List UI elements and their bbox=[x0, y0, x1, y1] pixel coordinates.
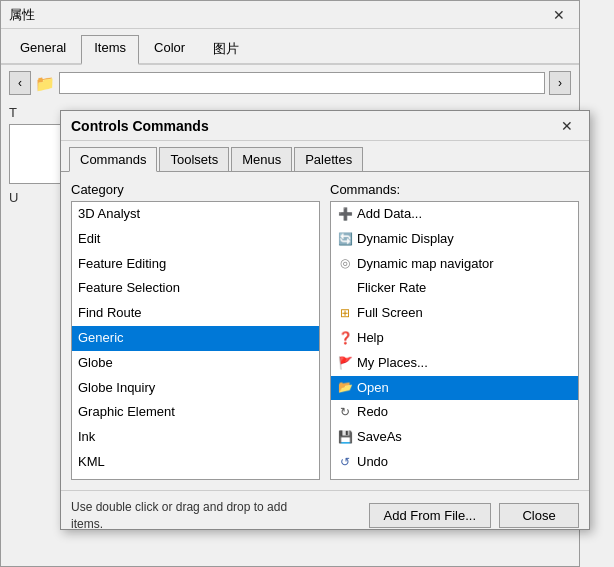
cmd-my-places-label: My Places... bbox=[357, 353, 428, 374]
list-item[interactable]: Ink bbox=[72, 425, 319, 450]
full-screen-icon: ⊞ bbox=[337, 306, 353, 322]
outer-window-title: 属性 bbox=[9, 6, 35, 24]
tab-menus[interactable]: Menus bbox=[231, 147, 292, 171]
list-item[interactable]: Find Route bbox=[72, 301, 319, 326]
cmd-help-label: Help bbox=[357, 328, 384, 349]
list-item[interactable]: Globe Inquiry bbox=[72, 376, 319, 401]
cmd-add-data[interactable]: ➕ Add Data... bbox=[331, 202, 578, 227]
close-button[interactable]: Close bbox=[499, 503, 579, 528]
tab-toolsets[interactable]: Toolsets bbox=[159, 147, 229, 171]
cmd-my-places[interactable]: 🚩 My Places... bbox=[331, 351, 578, 376]
cmd-flicker-rate-label: Flicker Rate bbox=[357, 278, 426, 299]
cmd-dynamic-map-label: Dynamic map navigator bbox=[357, 254, 494, 275]
my-places-icon: 🚩 bbox=[337, 355, 353, 371]
dynamic-display-icon: 🔄 bbox=[337, 231, 353, 247]
add-data-icon: ➕ bbox=[337, 206, 353, 222]
hint-text: Use double click or drag and drop to add… bbox=[71, 499, 301, 533]
help-icon: ❓ bbox=[337, 330, 353, 346]
list-item[interactable]: KML bbox=[72, 450, 319, 475]
cmd-undo-label: Undo bbox=[357, 452, 388, 473]
toolbar-left-arrow[interactable]: ‹ bbox=[9, 71, 31, 95]
add-from-file-button[interactable]: Add From File... bbox=[369, 503, 491, 528]
cmd-dynamic-map-navigator[interactable]: ◎ Dynamic map navigator bbox=[331, 252, 578, 277]
category-column: Category 3D Analyst Edit Feature Editing… bbox=[71, 182, 320, 480]
dynamic-map-icon: ◎ bbox=[337, 256, 353, 272]
list-item[interactable]: Globe bbox=[72, 351, 319, 376]
redo-icon: ↻ bbox=[337, 405, 353, 421]
bottom-buttons: Add From File... Close bbox=[369, 503, 579, 528]
toolbar-row: ‹ 📁 › bbox=[1, 65, 579, 101]
tab-palettes[interactable]: Palettes bbox=[294, 147, 363, 171]
commands-column: Commands: ➕ Add Data... 🔄 Dynamic Displa… bbox=[330, 182, 579, 480]
tab-commands[interactable]: Commands bbox=[69, 147, 157, 172]
list-item-generic[interactable]: Generic bbox=[72, 326, 319, 351]
list-item[interactable]: Edit bbox=[72, 227, 319, 252]
list-item[interactable]: 3D Analyst bbox=[72, 202, 319, 227]
category-header: Category bbox=[71, 182, 320, 197]
dialog-close-button[interactable]: ✕ bbox=[555, 116, 579, 136]
flicker-rate-icon bbox=[337, 281, 353, 297]
cmd-open[interactable]: 📂 Open bbox=[331, 376, 578, 401]
cmd-redo[interactable]: ↻ Redo bbox=[331, 400, 578, 425]
outer-tab-bar: General Items Color 图片 bbox=[1, 29, 579, 65]
open-icon: 📂 bbox=[337, 380, 353, 396]
dialog-bottom-bar: Use double click or drag and drop to add… bbox=[61, 490, 589, 541]
undo-icon: ↺ bbox=[337, 454, 353, 470]
folder-icon: 📁 bbox=[35, 74, 55, 93]
inner-titlebar: Controls Commands ✕ bbox=[61, 111, 589, 141]
list-item[interactable]: Map Inquiry bbox=[72, 475, 319, 480]
toolbar-text-input[interactable] bbox=[59, 72, 545, 94]
commands-header: Commands: bbox=[330, 182, 579, 197]
tab-color[interactable]: Color bbox=[141, 35, 198, 63]
list-item[interactable]: Feature Editing bbox=[72, 252, 319, 277]
toolbar-right-arrow[interactable]: › bbox=[549, 71, 571, 95]
outer-close-button[interactable]: ✕ bbox=[547, 5, 571, 25]
outer-titlebar: 属性 ✕ bbox=[1, 1, 579, 29]
tab-general[interactable]: General bbox=[7, 35, 79, 63]
cmd-undo[interactable]: ↺ Undo bbox=[331, 450, 578, 475]
inner-tab-bar: Commands Toolsets Menus Palettes bbox=[61, 141, 589, 172]
cmd-dynamic-display-label: Dynamic Display bbox=[357, 229, 454, 250]
cmd-saveas[interactable]: 💾 SaveAs bbox=[331, 425, 578, 450]
controls-commands-dialog: Controls Commands ✕ Commands Toolsets Me… bbox=[60, 110, 590, 530]
tab-items[interactable]: Items bbox=[81, 35, 139, 65]
cmd-open-label: Open bbox=[357, 378, 389, 399]
saveas-icon: 💾 bbox=[337, 430, 353, 446]
inner-content: Category 3D Analyst Edit Feature Editing… bbox=[61, 172, 589, 490]
cmd-redo-label: Redo bbox=[357, 402, 388, 423]
cmd-dynamic-display[interactable]: 🔄 Dynamic Display bbox=[331, 227, 578, 252]
tab-picture[interactable]: 图片 bbox=[200, 35, 252, 63]
category-list[interactable]: 3D Analyst Edit Feature Editing Feature … bbox=[71, 201, 320, 480]
dialog-title: Controls Commands bbox=[71, 118, 209, 134]
cmd-help[interactable]: ❓ Help bbox=[331, 326, 578, 351]
list-item[interactable]: Feature Selection bbox=[72, 276, 319, 301]
cmd-flicker-rate[interactable]: Flicker Rate bbox=[331, 276, 578, 301]
cmd-full-screen-label: Full Screen bbox=[357, 303, 423, 324]
cmd-saveas-label: SaveAs bbox=[357, 427, 402, 448]
cmd-add-data-label: Add Data... bbox=[357, 204, 422, 225]
commands-list[interactable]: ➕ Add Data... 🔄 Dynamic Display ◎ Dynami… bbox=[330, 201, 579, 480]
cmd-full-screen[interactable]: ⊞ Full Screen bbox=[331, 301, 578, 326]
list-item[interactable]: Graphic Element bbox=[72, 400, 319, 425]
